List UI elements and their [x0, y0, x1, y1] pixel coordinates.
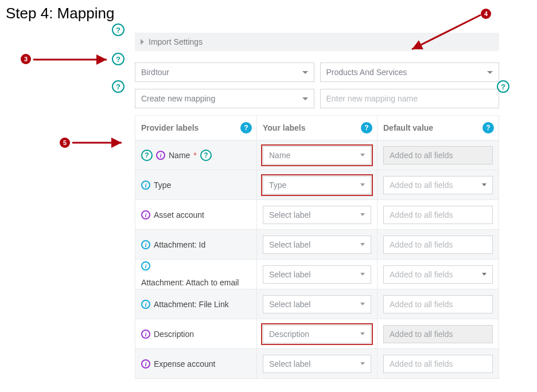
arrow-icon	[70, 137, 127, 148]
caret-down-icon	[487, 71, 493, 74]
your-label-value: Select label	[269, 240, 310, 249]
provider-label-cell: iAttachment: File Link	[135, 289, 256, 319]
your-label-select[interactable]: Description	[263, 325, 371, 343]
default-value-text: Added to all fields	[390, 240, 453, 249]
default-value-field[interactable]: Added to all fields	[383, 355, 493, 373]
mapping-name-placeholder: Enter new mapping name	[326, 94, 418, 103]
provider-label-text: Expense account	[154, 359, 215, 369]
source-select[interactable]: Birdtour	[135, 62, 314, 82]
default-value-text: Added to all fields	[390, 300, 453, 309]
your-label-select[interactable]: Select label	[263, 295, 371, 313]
mapping-select[interactable]: Create new mapping	[135, 89, 314, 108]
help-icon[interactable]: ?	[497, 80, 509, 93]
provider-label-text: Type	[154, 181, 171, 190]
default-value-field[interactable]: Added to all fields	[383, 176, 493, 194]
your-label-value: Select label	[269, 359, 310, 369]
help-icon[interactable]: ?	[482, 122, 494, 134]
default-value-field[interactable]: Added to all fields	[383, 206, 493, 224]
import-settings-label: Import Settings	[149, 37, 203, 46]
help-icon[interactable]: ?	[200, 150, 212, 161]
table-row: iAttachment: IdSelect labelAdded to all …	[135, 229, 499, 259]
your-label-select[interactable]: Select label	[263, 206, 371, 224]
table-row: ?iName*?NameAdded to all fields	[135, 140, 499, 170]
provider-label-cell: iAttachment: Attach to email	[135, 260, 256, 289]
svg-line-1	[412, 15, 481, 49]
provider-label-cell: iAttachment: Id	[135, 230, 256, 259]
provider-label-text: Description	[154, 330, 194, 339]
info-icon[interactable]: i	[141, 181, 150, 190]
caret-down-icon	[482, 273, 487, 276]
default-value-cell: Added to all fields	[377, 230, 499, 259]
info-icon[interactable]: i	[141, 240, 150, 249]
default-value-text: Added to all fields	[390, 270, 453, 279]
info-icon[interactable]: i	[141, 261, 150, 271]
help-icon[interactable]: ?	[240, 122, 252, 134]
your-label-cell: Select label	[256, 289, 377, 319]
caret-down-icon	[360, 273, 365, 276]
source-value: Birdtour	[141, 68, 169, 77]
your-label-select[interactable]: Name	[263, 146, 371, 164]
arrow-icon	[403, 11, 489, 57]
table-row: iAsset accountSelect labelAdded to all f…	[135, 199, 499, 229]
th-provider-labels: Provider labels ?	[135, 116, 256, 140]
default-value-field[interactable]: Added to all fields	[383, 295, 493, 313]
info-icon[interactable]: i	[156, 151, 165, 160]
caret-down-icon	[360, 154, 365, 156]
provider-label-cell: iDescription	[135, 319, 256, 348]
your-label-value: Select label	[269, 300, 310, 309]
info-icon[interactable]: i	[141, 330, 150, 339]
default-value-text: Added to all fields	[390, 181, 453, 190]
your-label-value: Select label	[269, 210, 310, 219]
your-label-select[interactable]: Type	[263, 176, 371, 194]
caret-down-icon	[360, 303, 365, 305]
provider-label-text: Attachment: File Link	[154, 300, 229, 309]
help-icon[interactable]: ?	[361, 122, 372, 134]
your-label-select[interactable]: Select label	[263, 265, 371, 284]
callout-marker-3: 3	[21, 54, 31, 64]
your-label-value: Name	[269, 151, 290, 160]
table-row: iExpense accountSelect labelAdded to all…	[135, 348, 499, 378]
th-your-labels: Your labels ?	[256, 116, 377, 140]
default-value-field[interactable]: Added to all fields	[383, 265, 493, 284]
provider-label-text: Asset account	[154, 210, 204, 219]
caret-down-icon	[360, 332, 365, 335]
default-value-text: Added to all fields	[390, 359, 453, 369]
th-default-value: Default value ?	[377, 116, 499, 140]
default-value-field[interactable]: Added to all fields	[383, 236, 493, 254]
your-label-value: Type	[269, 181, 286, 190]
default-value-cell: Added to all fields	[377, 140, 499, 170]
help-icon[interactable]: ?	[112, 23, 124, 36]
your-label-cell: Select label	[256, 230, 377, 259]
default-value-cell: Added to all fields	[377, 170, 499, 199]
provider-label-cell: ?iName*?	[135, 140, 256, 170]
help-icon[interactable]: ?	[112, 53, 124, 65]
help-icon[interactable]: ?	[141, 150, 153, 161]
your-label-value: Description	[269, 330, 309, 339]
mapping-name-input[interactable]: Enter new mapping name	[320, 89, 500, 108]
your-label-value: Select label	[269, 270, 310, 279]
caret-down-icon	[302, 97, 308, 100]
default-value-cell: Added to all fields	[377, 349, 499, 378]
info-icon[interactable]: i	[141, 359, 150, 369]
caret-down-icon	[360, 362, 365, 365]
default-value-field[interactable]: Added to all fields	[383, 325, 493, 343]
your-label-select[interactable]: Select label	[263, 236, 371, 254]
provider-label-text: Attachment: Attach to email	[141, 278, 239, 287]
help-icon[interactable]: ?	[112, 80, 124, 93]
caret-down-icon	[360, 213, 365, 216]
table-header: Provider labels ? Your labels ? Default …	[135, 116, 499, 140]
default-value-cell: Added to all fields	[377, 289, 499, 319]
default-value-field[interactable]: Added to all fields	[383, 146, 493, 164]
default-value-text: Added to all fields	[390, 210, 453, 219]
info-icon[interactable]: i	[141, 210, 150, 219]
chevron-right-icon	[141, 39, 144, 45]
target-value: Products And Services	[326, 68, 407, 77]
provider-label-text: Name	[169, 151, 190, 160]
default-value-cell: Added to all fields	[377, 260, 499, 289]
target-select[interactable]: Products And Services	[320, 62, 500, 82]
info-icon[interactable]: i	[141, 300, 150, 309]
your-label-cell: Select label	[256, 349, 377, 378]
your-label-cell: Select label	[256, 200, 377, 229]
your-label-select[interactable]: Select label	[263, 355, 371, 373]
caret-down-icon	[360, 243, 365, 246]
